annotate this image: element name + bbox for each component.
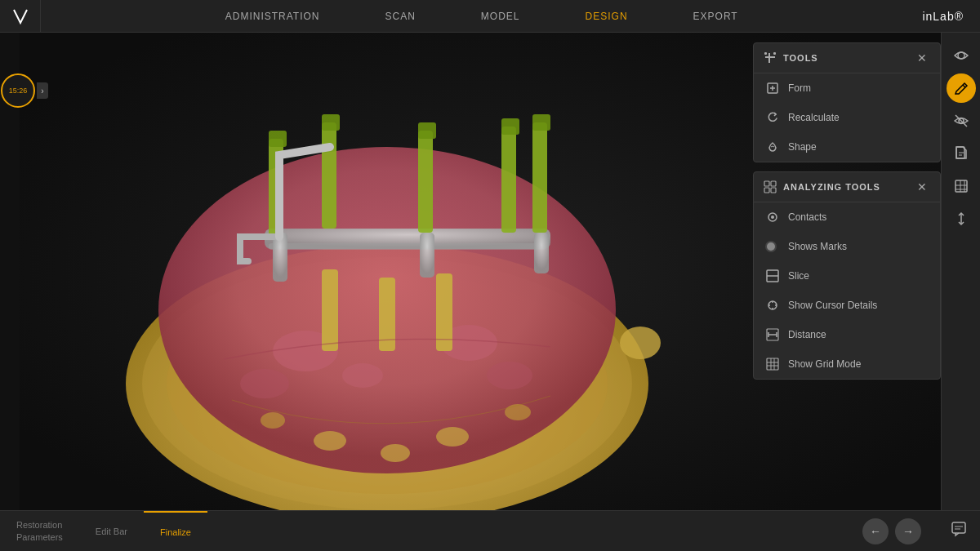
slice-label: Slice: [788, 270, 809, 282]
analyzing-tools-panel: ANALYZING TOOLS ✕ Contacts Shows Marks S…: [753, 171, 941, 380]
grid-mode-label: Show Grid Mode: [788, 358, 861, 370]
arrows-icon-btn[interactable]: [947, 204, 976, 233]
form-icon: [765, 81, 780, 96]
svg-rect-39: [764, 181, 769, 186]
app-logo[interactable]: [0, 0, 41, 32]
bottom-restoration-params[interactable]: Restoration Parameters: [0, 519, 79, 543]
document-icon-btn[interactable]: [947, 139, 976, 168]
tools-panel-title: TOOLS: [783, 53, 818, 63]
bottom-edit-bar[interactable]: Edit Bar: [79, 511, 144, 551]
shows-marks-icon: [765, 239, 780, 254]
grid-mode-icon: [765, 357, 780, 371]
brand-name: inLab®: [922, 10, 980, 23]
bottom-nav-buttons: ← →: [846, 518, 938, 544]
bottom-bar: Restoration Parameters Edit Bar Finalize…: [0, 510, 980, 551]
svg-rect-68: [956, 180, 967, 192]
nav-model[interactable]: MODEL: [448, 0, 553, 33]
svg-rect-29: [501, 127, 516, 233]
svg-line-64: [956, 115, 967, 127]
restoration-line1: Restoration: [16, 519, 63, 531]
svg-rect-22: [534, 233, 549, 273]
svg-rect-74: [952, 522, 965, 533]
svg-point-12: [436, 427, 469, 447]
svg-point-13: [261, 412, 285, 429]
svg-rect-36: [764, 52, 767, 55]
analyzing-panel-title-area: ANALYZING TOOLS: [764, 180, 880, 193]
nav-administration[interactable]: ADMINISTRATION: [193, 0, 353, 33]
timer-badge[interactable]: 15:26: [1, 73, 35, 108]
analyzing-item-shows-marks[interactable]: Shows Marks: [754, 232, 940, 261]
right-sidebar: [941, 33, 980, 510]
cursor-details-label: Show Cursor Details: [788, 300, 877, 311]
svg-point-11: [381, 444, 410, 462]
tools-item-shape[interactable]: Shape: [754, 132, 940, 162]
svg-point-33: [620, 327, 661, 359]
distance-label: Distance: [788, 329, 826, 340]
analyzing-item-contacts[interactable]: Contacts: [754, 202, 940, 232]
shape-label: Shape: [788, 141, 817, 153]
nav-design[interactable]: DESIGN: [553, 0, 661, 33]
svg-rect-42: [771, 188, 776, 193]
shows-marks-toggle[interactable]: [765, 241, 777, 252]
svg-rect-25: [322, 122, 336, 229]
tools-panel-header: TOOLS ✕: [754, 43, 940, 73]
slice-icon: [765, 269, 780, 283]
nav-next-button[interactable]: →: [895, 518, 921, 544]
svg-rect-30: [501, 118, 519, 135]
analyzing-item-slice[interactable]: Slice: [754, 261, 940, 291]
view-icon-btn[interactable]: [947, 41, 976, 70]
contacts-label: Contacts: [788, 211, 826, 223]
svg-rect-19: [269, 243, 546, 250]
svg-rect-32: [532, 114, 550, 131]
svg-rect-35: [768, 53, 770, 63]
grid-icon-btn[interactable]: [947, 171, 976, 201]
cursor-details-icon: [765, 298, 780, 313]
nav-prev-button[interactable]: ←: [862, 518, 889, 544]
tools-item-form[interactable]: Form: [754, 73, 940, 103]
left-panel: 15:26 ›: [0, 65, 49, 469]
svg-point-44: [771, 216, 774, 219]
svg-point-8: [487, 362, 532, 389]
svg-rect-40: [771, 181, 776, 186]
tools-icon: [764, 51, 777, 64]
svg-rect-31: [532, 122, 547, 233]
analyzing-panel-title: ANALYZING TOOLS: [783, 182, 880, 192]
form-label: Form: [788, 82, 811, 94]
expand-button[interactable]: ›: [37, 82, 48, 99]
nav-scan[interactable]: SCAN: [353, 0, 448, 33]
finalize-label: Finalize: [160, 527, 191, 537]
svg-point-14: [505, 404, 531, 420]
bottom-finalize[interactable]: Finalize: [144, 511, 207, 551]
svg-rect-27: [418, 131, 433, 233]
edit-icon-btn[interactable]: [947, 73, 976, 103]
nav-items: ADMINISTRATION SCAN MODEL DESIGN EXPORT: [41, 0, 922, 33]
svg-rect-56: [767, 358, 778, 370]
analyzing-panel-close[interactable]: ✕: [914, 179, 930, 195]
chat-icon-btn[interactable]: [938, 521, 980, 541]
svg-rect-28: [418, 122, 436, 139]
tools-panel-close[interactable]: ✕: [914, 50, 930, 66]
tools-panel-title-area: TOOLS: [764, 51, 818, 64]
analyzing-item-show-cursor-details[interactable]: Show Cursor Details: [754, 291, 940, 320]
svg-rect-21: [420, 233, 434, 278]
tools-panel: TOOLS ✕ Form Recalculate Shape: [753, 42, 941, 162]
svg-rect-24: [269, 131, 287, 147]
shows-marks-label: Shows Marks: [788, 241, 847, 252]
shape-icon: [765, 140, 780, 154]
svg-line-62: [963, 85, 965, 87]
svg-point-9: [342, 363, 383, 388]
analyzing-icon: [764, 180, 777, 193]
analyzing-item-distance[interactable]: Distance: [754, 320, 940, 349]
contacts-icon: [765, 210, 780, 224]
svg-point-10: [314, 431, 346, 451]
svg-rect-37: [773, 52, 776, 55]
svg-rect-15: [322, 269, 338, 351]
edit-bar-label: Edit Bar: [96, 527, 127, 536]
timer-value: 15:26: [9, 87, 28, 95]
distance-icon: [765, 327, 780, 342]
nav-export[interactable]: EXPORT: [661, 0, 771, 33]
analyzing-item-show-grid-mode[interactable]: Show Grid Mode: [754, 349, 940, 379]
tools-item-recalculate[interactable]: Recalculate: [754, 103, 940, 132]
visibility-icon-btn[interactable]: [947, 106, 976, 136]
svg-point-7: [240, 369, 289, 398]
